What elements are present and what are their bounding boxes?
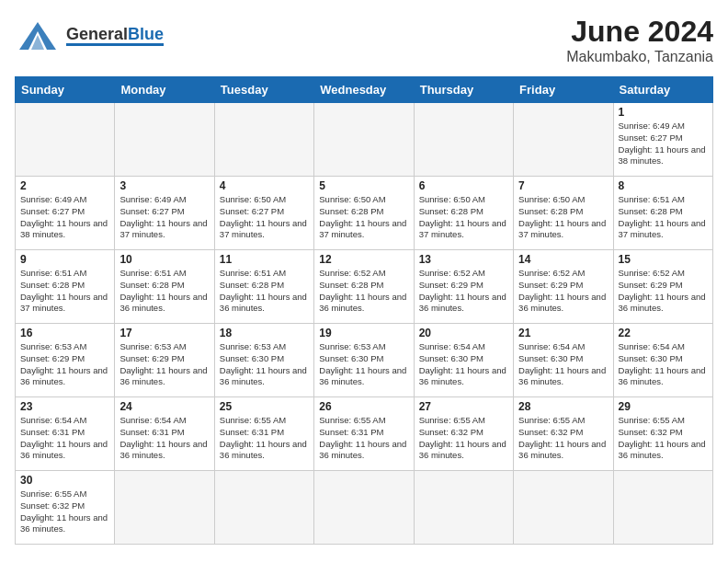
calendar-cell: 28Sunrise: 6:55 AMSunset: 6:32 PMDayligh… — [514, 397, 613, 471]
calendar-cell: 6Sunrise: 6:50 AMSunset: 6:28 PMDaylight… — [414, 177, 513, 250]
day-info: Sunrise: 6:54 AMSunset: 6:30 PMDaylight:… — [619, 341, 708, 388]
logo-icon — [15, 15, 61, 56]
calendar-cell: 4Sunrise: 6:50 AMSunset: 6:27 PMDaylight… — [214, 177, 313, 250]
day-info: Sunrise: 6:51 AMSunset: 6:28 PMDaylight:… — [220, 268, 309, 315]
calendar-cell: 14Sunrise: 6:52 AMSunset: 6:29 PMDayligh… — [514, 250, 613, 324]
day-info: Sunrise: 6:54 AMSunset: 6:30 PMDaylight:… — [518, 341, 608, 388]
calendar-cell: 19Sunrise: 6:53 AMSunset: 6:30 PMDayligh… — [314, 324, 414, 397]
day-info: Sunrise: 6:55 AMSunset: 6:31 PMDaylight:… — [220, 415, 309, 462]
day-info: Sunrise: 6:49 AMSunset: 6:27 PMDaylight:… — [119, 194, 209, 241]
day-info: Sunrise: 6:55 AMSunset: 6:31 PMDaylight:… — [319, 415, 408, 462]
calendar-cell: 17Sunrise: 6:53 AMSunset: 6:29 PMDayligh… — [115, 324, 214, 397]
day-info: Sunrise: 6:55 AMSunset: 6:32 PMDaylight:… — [419, 415, 508, 462]
day-info: Sunrise: 6:50 AMSunset: 6:28 PMDaylight:… — [419, 194, 508, 241]
calendar-cell: 30Sunrise: 6:55 AMSunset: 6:32 PMDayligh… — [16, 471, 115, 545]
calendar-cell: 20Sunrise: 6:54 AMSunset: 6:30 PMDayligh… — [414, 324, 513, 397]
calendar-cell — [514, 471, 613, 545]
weekday-header-sunday: Sunday — [16, 77, 115, 103]
day-number: 25 — [220, 400, 309, 413]
day-number: 15 — [619, 253, 708, 266]
day-info: Sunrise: 6:55 AMSunset: 6:32 PMDaylight:… — [20, 488, 109, 535]
title-area: June 2024 Makumbako, Tanzania — [566, 15, 713, 65]
header: General Blue June 2024 Makumbako, Tanzan… — [15, 15, 713, 65]
day-number: 19 — [319, 327, 408, 339]
day-info: Sunrise: 6:54 AMSunset: 6:31 PMDaylight:… — [119, 415, 209, 462]
week-row-2: 9Sunrise: 6:51 AMSunset: 6:28 PMDaylight… — [16, 250, 713, 324]
day-info: Sunrise: 6:54 AMSunset: 6:31 PMDaylight:… — [20, 415, 109, 462]
day-info: Sunrise: 6:50 AMSunset: 6:28 PMDaylight:… — [319, 194, 408, 241]
day-info: Sunrise: 6:53 AMSunset: 6:29 PMDaylight:… — [20, 341, 109, 388]
calendar-cell — [314, 471, 414, 545]
calendar-cell: 23Sunrise: 6:54 AMSunset: 6:31 PMDayligh… — [16, 397, 115, 471]
day-info: Sunrise: 6:52 AMSunset: 6:29 PMDaylight:… — [619, 268, 708, 315]
calendar-cell — [115, 471, 214, 545]
day-info: Sunrise: 6:51 AMSunset: 6:28 PMDaylight:… — [119, 268, 209, 315]
calendar-cell: 27Sunrise: 6:55 AMSunset: 6:32 PMDayligh… — [414, 397, 513, 471]
calendar-cell: 11Sunrise: 6:51 AMSunset: 6:28 PMDayligh… — [214, 250, 313, 324]
logo-underline — [66, 43, 164, 46]
calendar-cell: 15Sunrise: 6:52 AMSunset: 6:29 PMDayligh… — [613, 250, 712, 324]
calendar-cell: 7Sunrise: 6:50 AMSunset: 6:28 PMDaylight… — [514, 177, 613, 250]
day-number: 26 — [319, 400, 408, 413]
main-title: June 2024 — [566, 15, 713, 49]
day-number: 3 — [119, 179, 209, 192]
weekday-header-monday: Monday — [115, 77, 214, 103]
logo-text-area: General Blue — [66, 26, 164, 46]
day-info: Sunrise: 6:52 AMSunset: 6:29 PMDaylight:… — [518, 268, 608, 315]
logo-general-text: General — [66, 26, 128, 42]
day-info: Sunrise: 6:52 AMSunset: 6:29 PMDaylight:… — [419, 268, 508, 315]
calendar-cell — [414, 471, 513, 545]
calendar-table: SundayMondayTuesdayWednesdayThursdayFrid… — [15, 76, 713, 545]
day-number: 13 — [419, 253, 508, 266]
calendar-cell: 12Sunrise: 6:52 AMSunset: 6:28 PMDayligh… — [314, 250, 414, 324]
weekday-header-thursday: Thursday — [414, 77, 513, 103]
day-number: 20 — [419, 327, 508, 339]
calendar-cell — [414, 103, 513, 177]
day-number: 1 — [619, 106, 708, 119]
day-number: 28 — [518, 400, 608, 413]
calendar-cell: 24Sunrise: 6:54 AMSunset: 6:31 PMDayligh… — [115, 397, 214, 471]
day-info: Sunrise: 6:52 AMSunset: 6:28 PMDaylight:… — [319, 268, 408, 315]
day-number: 16 — [20, 327, 109, 339]
calendar-cell — [214, 471, 313, 545]
day-number: 2 — [20, 179, 109, 192]
day-info: Sunrise: 6:53 AMSunset: 6:29 PMDaylight:… — [119, 341, 209, 388]
day-number: 7 — [518, 179, 608, 192]
calendar-cell — [514, 103, 613, 177]
day-info: Sunrise: 6:51 AMSunset: 6:28 PMDaylight:… — [20, 268, 109, 315]
day-info: Sunrise: 6:55 AMSunset: 6:32 PMDaylight:… — [518, 415, 608, 462]
day-info: Sunrise: 6:49 AMSunset: 6:27 PMDaylight:… — [20, 194, 109, 241]
calendar-cell: 22Sunrise: 6:54 AMSunset: 6:30 PMDayligh… — [613, 324, 712, 397]
day-number: 24 — [119, 400, 209, 413]
day-number: 14 — [518, 253, 608, 266]
day-number: 9 — [20, 253, 109, 266]
calendar-cell: 25Sunrise: 6:55 AMSunset: 6:31 PMDayligh… — [214, 397, 313, 471]
day-number: 5 — [319, 179, 408, 192]
day-info: Sunrise: 6:54 AMSunset: 6:30 PMDaylight:… — [419, 341, 508, 388]
calendar-cell: 2Sunrise: 6:49 AMSunset: 6:27 PMDaylight… — [16, 177, 115, 250]
day-number: 27 — [419, 400, 508, 413]
day-number: 18 — [220, 327, 309, 339]
day-number: 30 — [20, 474, 109, 487]
day-number: 12 — [319, 253, 408, 266]
weekday-header-friday: Friday — [514, 77, 613, 103]
calendar-cell — [314, 103, 414, 177]
calendar-cell — [613, 471, 712, 545]
calendar-cell — [16, 103, 115, 177]
logo-blue-text: Blue — [128, 26, 164, 42]
calendar-cell: 1Sunrise: 6:49 AMSunset: 6:27 PMDaylight… — [613, 103, 712, 177]
week-row-0: 1Sunrise: 6:49 AMSunset: 6:27 PMDaylight… — [16, 103, 713, 177]
calendar-cell: 21Sunrise: 6:54 AMSunset: 6:30 PMDayligh… — [514, 324, 613, 397]
day-number: 21 — [518, 327, 608, 339]
day-info: Sunrise: 6:53 AMSunset: 6:30 PMDaylight:… — [220, 341, 309, 388]
calendar-cell: 18Sunrise: 6:53 AMSunset: 6:30 PMDayligh… — [214, 324, 313, 397]
day-number: 8 — [619, 179, 708, 192]
calendar-cell: 9Sunrise: 6:51 AMSunset: 6:28 PMDaylight… — [16, 250, 115, 324]
day-info: Sunrise: 6:50 AMSunset: 6:28 PMDaylight:… — [518, 194, 608, 241]
day-number: 29 — [619, 400, 708, 413]
weekday-header-tuesday: Tuesday — [214, 77, 313, 103]
day-info: Sunrise: 6:53 AMSunset: 6:30 PMDaylight:… — [319, 341, 408, 388]
calendar-cell: 29Sunrise: 6:55 AMSunset: 6:32 PMDayligh… — [613, 397, 712, 471]
sub-title: Makumbako, Tanzania — [566, 49, 713, 65]
week-row-4: 23Sunrise: 6:54 AMSunset: 6:31 PMDayligh… — [16, 397, 713, 471]
